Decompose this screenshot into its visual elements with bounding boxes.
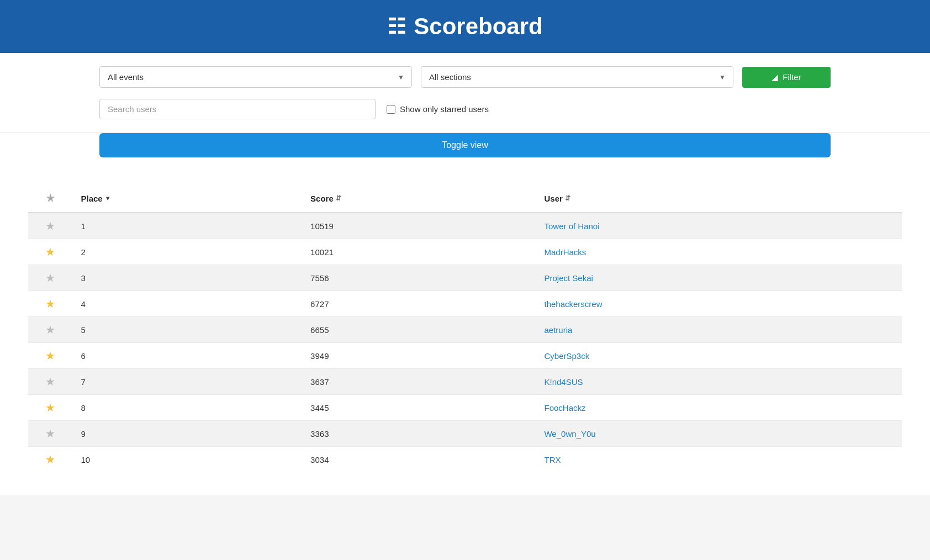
cell-score: 3034	[302, 447, 535, 473]
table-row: ★37556Project Sekai	[28, 265, 902, 291]
table-row: ★93363We_0wn_Y0u	[28, 421, 902, 447]
search-row: Show only starred users	[99, 99, 831, 119]
cell-score: 3445	[302, 395, 535, 421]
cell-score: 3949	[302, 343, 535, 369]
star-toggle[interactable]: ★	[45, 298, 55, 310]
page-title: ☷ Scoreboard	[0, 13, 930, 40]
cell-score: 10519	[302, 213, 535, 239]
controls-area: All events Event 1 Event 2 ▼ All section…	[0, 53, 930, 133]
cell-place: 2	[72, 239, 302, 265]
star-toggle[interactable]: ★	[45, 376, 55, 388]
cell-user-link[interactable]: K!nd4SUS	[544, 377, 583, 387]
cell-user-link[interactable]: We_0wn_Y0u	[544, 429, 595, 439]
cell-user-link[interactable]: CyberSp3ck	[544, 351, 589, 361]
table-row: ★63949CyberSp3ck	[28, 343, 902, 369]
table-row: ★103034TRX	[28, 447, 902, 473]
place-col-label: Place	[81, 194, 103, 203]
title-text: Scoreboard	[414, 13, 542, 40]
starred-filter-label[interactable]: Show only starred users	[387, 104, 489, 114]
table-header-row: ★ Place ▼ Score ⇵ User	[28, 184, 902, 213]
filter-button-label: Filter	[783, 72, 801, 82]
col-header-place[interactable]: Place ▼	[72, 184, 302, 213]
events-select-wrapper: All events Event 1 Event 2 ▼	[99, 66, 412, 88]
table-row: ★83445FoocHackz	[28, 395, 902, 421]
cell-place: 10	[72, 447, 302, 473]
sections-select-wrapper: All sections Section 1 Section 2 ▼	[421, 66, 733, 88]
table-row: ★73637K!nd4SUS	[28, 369, 902, 395]
search-input[interactable]	[99, 99, 376, 119]
cell-user-link[interactable]: MadrHacks	[544, 247, 586, 257]
cell-place: 3	[72, 265, 302, 291]
score-sort-icon: ⇵	[336, 194, 341, 202]
scoreboard-table: ★ Place ▼ Score ⇵ User	[28, 184, 902, 473]
cell-place: 5	[72, 317, 302, 343]
cell-user-link[interactable]: Project Sekai	[544, 273, 593, 283]
col-header-user[interactable]: User ⇵	[535, 184, 902, 213]
toggle-view-button[interactable]: Toggle view	[99, 133, 831, 157]
table-row: ★110519Tower of Hanoi	[28, 213, 902, 239]
score-col-label: Score	[310, 194, 334, 203]
toggle-view-label: Toggle view	[442, 140, 488, 150]
user-col-label: User	[544, 194, 562, 203]
filter-button[interactable]: ◢ Filter	[742, 67, 831, 88]
scoreboard-icon: ☷	[387, 16, 406, 37]
cell-place: 7	[72, 369, 302, 395]
cell-score: 7556	[302, 265, 535, 291]
sections-select[interactable]: All sections Section 1 Section 2	[421, 66, 733, 88]
star-toggle[interactable]: ★	[45, 427, 55, 440]
table-row: ★46727thehackerscrew	[28, 291, 902, 317]
user-sort-icon: ⇵	[565, 194, 570, 202]
place-sort-icon: ▼	[105, 195, 111, 202]
cell-score: 3363	[302, 421, 535, 447]
table-section: ★ Place ▼ Score ⇵ User	[0, 173, 930, 495]
cell-place: 9	[72, 421, 302, 447]
cell-place: 4	[72, 291, 302, 317]
col-header-score[interactable]: Score ⇵	[302, 184, 535, 213]
filter-icon: ◢	[772, 72, 778, 82]
cell-score: 10021	[302, 239, 535, 265]
cell-user-link[interactable]: Tower of Hanoi	[544, 221, 599, 231]
cell-score: 3637	[302, 369, 535, 395]
toggle-section: Toggle view	[0, 133, 930, 173]
star-toggle[interactable]: ★	[45, 324, 55, 336]
table-row: ★210021MadrHacks	[28, 239, 902, 265]
cell-user-link[interactable]: FoocHackz	[544, 403, 585, 413]
starred-checkbox[interactable]	[387, 105, 395, 114]
cell-place: 8	[72, 395, 302, 421]
cell-place: 6	[72, 343, 302, 369]
cell-user-link[interactable]: aetruria	[544, 325, 572, 335]
starred-label-text: Show only starred users	[400, 104, 489, 114]
table-row: ★56655aetruria	[28, 317, 902, 343]
cell-user-link[interactable]: TRX	[544, 455, 561, 464]
cell-score: 6727	[302, 291, 535, 317]
page-header: ☷ Scoreboard	[0, 0, 930, 53]
cell-place: 1	[72, 213, 302, 239]
cell-score: 6655	[302, 317, 535, 343]
star-toggle[interactable]: ★	[45, 220, 55, 232]
filter-row: All events Event 1 Event 2 ▼ All section…	[99, 66, 831, 88]
col-header-star[interactable]: ★	[28, 184, 72, 213]
cell-user-link[interactable]: thehackerscrew	[544, 299, 602, 309]
star-header-icon: ★	[46, 193, 55, 204]
star-toggle[interactable]: ★	[45, 350, 55, 362]
events-select[interactable]: All events Event 1 Event 2	[99, 66, 412, 88]
star-toggle[interactable]: ★	[45, 453, 55, 466]
star-toggle[interactable]: ★	[45, 272, 55, 284]
star-toggle[interactable]: ★	[45, 246, 55, 258]
star-toggle[interactable]: ★	[45, 401, 55, 414]
